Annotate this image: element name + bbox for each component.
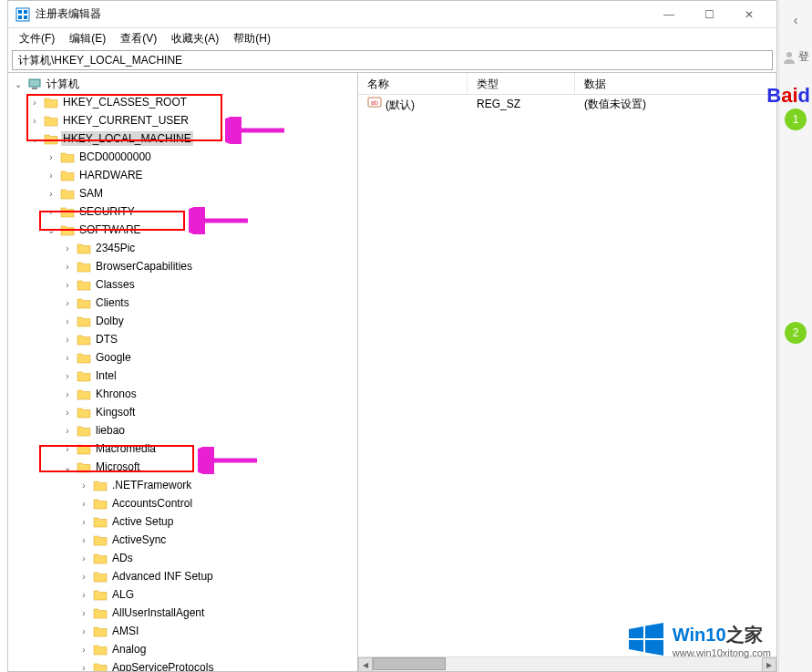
folder-icon (60, 187, 75, 200)
expand-chevron-icon[interactable]: ⌄ (61, 460, 74, 473)
expand-chevron-icon[interactable]: › (61, 442, 74, 455)
expand-chevron-icon[interactable]: › (45, 205, 57, 218)
menu-view[interactable]: 查看(V) (113, 29, 164, 48)
expand-chevron-icon[interactable]: › (77, 625, 90, 637)
tree-item[interactable]: ›Analog (8, 640, 357, 658)
tree-item[interactable]: ›BrowserCapabilities (8, 257, 357, 275)
minimize-button[interactable]: — (649, 2, 689, 27)
tree-item[interactable]: ›AppServiceProtocols (8, 658, 357, 671)
tree-item[interactable]: ›Classes (8, 275, 357, 294)
tree-item[interactable]: ⌄HKEY_LOCAL_MACHINE (8, 129, 357, 148)
tree-item[interactable]: ›Dolby (8, 312, 357, 330)
tree-item[interactable]: ›AllUserInstallAgent (8, 604, 357, 622)
expand-chevron-icon[interactable]: › (45, 150, 57, 163)
expand-chevron-icon[interactable]: › (61, 388, 74, 400)
tree-item[interactable]: ›Clients (8, 294, 357, 312)
column-name[interactable]: 名称 (358, 73, 468, 94)
expand-chevron-icon[interactable]: › (61, 369, 74, 382)
expand-chevron-icon[interactable]: › (77, 606, 90, 619)
expand-chevron-icon[interactable]: › (45, 169, 57, 181)
column-type[interactable]: 类型 (468, 73, 575, 94)
tree-item[interactable]: ›BCD00000000 (8, 148, 357, 166)
tree-item[interactable]: ›Intel (8, 367, 357, 385)
address-bar[interactable]: 计算机\HKEY_LOCAL_MACHINE (12, 50, 773, 70)
expand-chevron-icon[interactable]: ⌄ (45, 223, 57, 236)
list-row-default[interactable]: ab (默认) REG_SZ (数值未设置) (358, 95, 776, 113)
column-data[interactable]: 数据 (575, 73, 776, 94)
tree-item[interactable]: ›SECURITY (8, 202, 357, 221)
folder-icon (60, 169, 75, 181)
tree-item[interactable]: ›Advanced INF Setup (8, 567, 357, 585)
menu-help[interactable]: 帮助(H) (226, 29, 278, 48)
tree-item[interactable]: ›HKEY_CURRENT_USER (8, 111, 357, 129)
tree-item[interactable]: ›AccountsControl (8, 494, 357, 512)
tree-item[interactable]: ›ADs (8, 549, 357, 567)
expand-chevron-icon[interactable]: › (77, 643, 90, 656)
tree-item[interactable]: ›ActiveSync (8, 531, 357, 549)
tree-pane[interactable]: ⌄计算机›HKEY_CLASSES_ROOT›HKEY_CURRENT_USER… (8, 73, 358, 671)
folder-icon (93, 515, 108, 528)
folder-icon (77, 296, 91, 309)
expand-chevron-icon[interactable]: › (77, 570, 90, 583)
expand-chevron-icon[interactable]: ⌄ (28, 132, 41, 145)
expand-chevron-icon[interactable]: › (77, 497, 90, 510)
expand-chevron-icon[interactable]: › (61, 424, 74, 437)
tree-item[interactable]: ⌄SOFTWARE (8, 221, 357, 239)
menu-favorites[interactable]: 收藏夹(A) (164, 29, 226, 48)
tree-item[interactable]: ›ALG (8, 585, 357, 604)
tree-item[interactable]: ›SAM (8, 184, 357, 202)
expand-chevron-icon[interactable]: › (61, 242, 74, 254)
tree-item[interactable]: ⌄Microsoft (8, 458, 357, 476)
expand-chevron-icon[interactable]: › (61, 315, 74, 327)
tree-item[interactable]: ›Google (8, 348, 357, 367)
expand-chevron-icon[interactable]: › (61, 260, 74, 273)
tree-item[interactable]: ›Kingsoft (8, 403, 357, 421)
tree-item[interactable]: ›Macromedia (8, 439, 357, 458)
step-badge-1[interactable]: 1 (785, 109, 807, 130)
tree-item[interactable]: ›Khronos (8, 385, 357, 403)
close-button[interactable]: ✕ (729, 2, 769, 27)
expand-chevron-icon[interactable]: › (77, 661, 90, 671)
tree-item-label: ActiveSync (110, 532, 168, 547)
expand-chevron-icon[interactable]: › (61, 406, 74, 419)
tree-item-label: Advanced INF Setup (110, 569, 215, 584)
tree-item[interactable]: ›2345Pic (8, 239, 357, 257)
tree-item[interactable]: ›HARDWARE (8, 166, 357, 184)
value-data: (数值未设置) (575, 97, 776, 112)
tree-item[interactable]: ⌄计算机 (8, 75, 357, 93)
folder-icon (93, 479, 108, 491)
expand-chevron-icon[interactable]: › (77, 515, 90, 528)
expand-chevron-icon[interactable]: › (77, 533, 90, 546)
svg-rect-1 (18, 10, 22, 14)
folder-icon (93, 606, 108, 619)
tree-item[interactable]: ›AMSI (8, 622, 357, 640)
expand-chevron-icon[interactable]: › (61, 351, 74, 364)
tree-item[interactable]: ›HKEY_CLASSES_ROOT (8, 93, 357, 111)
svg-marker-17 (645, 623, 663, 638)
scroll-thumb[interactable] (373, 657, 446, 670)
expand-chevron-icon[interactable]: › (45, 187, 57, 200)
expand-chevron-icon[interactable]: › (28, 114, 41, 127)
expand-chevron-icon[interactable]: › (61, 296, 74, 309)
content-area: ⌄计算机›HKEY_CLASSES_ROOT›HKEY_CURRENT_USER… (8, 72, 776, 671)
tree-item[interactable]: ›DTS (8, 330, 357, 348)
tree-item[interactable]: ›.NETFramework (8, 476, 357, 494)
scroll-left-button[interactable]: ◀ (358, 657, 373, 671)
expand-chevron-icon[interactable]: › (61, 333, 74, 346)
titlebar[interactable]: 注册表编辑器 — ☐ ✕ (8, 1, 776, 28)
expand-chevron-icon[interactable]: › (61, 278, 74, 291)
expand-chevron-icon[interactable]: › (77, 588, 90, 601)
back-icon[interactable]: ‹ (783, 7, 808, 33)
expand-chevron-icon[interactable]: ⌄ (12, 78, 25, 90)
menu-file[interactable]: 文件(F) (12, 29, 62, 48)
tree-item[interactable]: ›Active Setup (8, 512, 357, 531)
expand-chevron-icon[interactable]: › (77, 479, 90, 491)
tree-item[interactable]: ›liebao (8, 421, 357, 439)
step-badge-2[interactable]: 2 (785, 322, 807, 344)
user-row[interactable]: 登 (782, 49, 809, 65)
expand-chevron-icon[interactable]: › (77, 552, 90, 564)
expand-chevron-icon[interactable]: › (28, 96, 41, 109)
menu-edit[interactable]: 编辑(E) (62, 29, 113, 48)
list-body[interactable]: ab (默认) REG_SZ (数值未设置) (358, 95, 776, 671)
maximize-button[interactable]: ☐ (689, 2, 729, 27)
